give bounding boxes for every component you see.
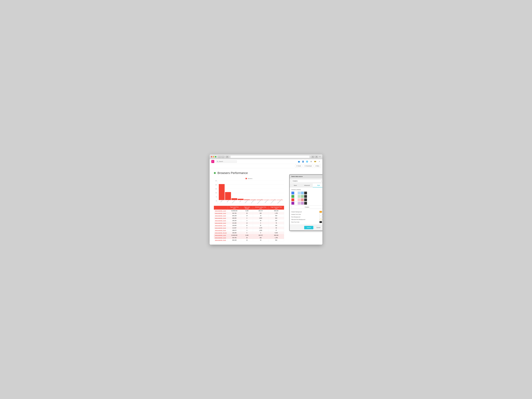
table-cell-plt: 263,109 <box>228 215 241 217</box>
color-option-label-header_background: Header Background <box>291 211 302 212</box>
share-button[interactable]: ⬆ <box>311 156 314 158</box>
theme-swatch[interactable] <box>298 202 301 205</box>
sidebar-toggle-button[interactable]: ⊞ <box>226 156 229 158</box>
theme-swatch[interactable] <box>298 191 301 195</box>
download-icon: ⬇ <box>304 165 306 167</box>
theme-swatch[interactable] <box>304 198 307 201</box>
theme-swatch[interactable] <box>298 198 301 201</box>
table-cell-site[interactable]: www.example_4.com <box>214 217 228 219</box>
table-cell-site[interactable]: www.example_2.com <box>214 212 228 215</box>
theme-swatch[interactable] <box>301 191 304 195</box>
table-cell-site[interactable]: www.example_6.com <box>214 222 228 224</box>
address-bar[interactable] <box>230 155 310 158</box>
cancel-button[interactable]: Cancel <box>314 226 322 229</box>
theme-swatch[interactable] <box>295 198 298 201</box>
theme-swatch[interactable] <box>295 191 298 195</box>
add-tab-button[interactable]: + <box>319 156 321 158</box>
profile-icon[interactable]: 👤 <box>302 160 304 163</box>
wallet-icon[interactable]: 💳 <box>314 160 317 163</box>
main-content: Browsers Performance Sessions 25k 20k 15… <box>210 168 322 245</box>
table-cell-pls: 5,268 <box>241 234 253 236</box>
color-picker-header_font_color[interactable]: ▾ <box>319 213 322 215</box>
page-header: Browsers Performance <box>214 171 318 175</box>
more-button[interactable]: ▾ More <box>314 165 321 167</box>
bar-item: google <box>219 184 225 201</box>
table-cell-site[interactable]: www.example_3.com <box>214 215 228 217</box>
custom-button[interactable]: Custom <box>291 206 322 209</box>
more-icon: ▾ <box>315 165 316 167</box>
table-row: www.example_8.com113,90791,37893 <box>214 227 284 229</box>
download-button[interactable]: ⬇ Download <box>303 165 313 167</box>
table-cell-site[interactable]: www.example_1.com <box>214 234 228 236</box>
theme-swatch[interactable] <box>291 198 294 201</box>
globe-icon[interactable]: 🌐 <box>306 160 309 163</box>
traffic-light-red[interactable] <box>211 156 212 158</box>
theme-swatch[interactable] <box>291 195 294 198</box>
export-icon[interactable]: ↗ <box>318 160 321 163</box>
theme-swatch[interactable] <box>295 195 298 198</box>
table-cell-site[interactable]: www.example_10.com <box>214 232 228 234</box>
theme-swatch[interactable] <box>291 191 294 195</box>
table-cell-pls: 3 <box>241 219 253 222</box>
browser-titlebar: ‹ › ⊞ ⬆ ⧉ + <box>210 154 322 159</box>
color-option-label-row_font_color: Row Font Color <box>291 222 299 223</box>
send-button[interactable]: ✉ Send <box>295 165 302 167</box>
table-row: www.example_2.com434,766263621,785 <box>214 212 284 215</box>
theme-swatch[interactable] <box>304 195 307 198</box>
table-cell-dlt: 1,955 <box>253 229 268 232</box>
col-header-pdt: Page Download Time (ms) <box>268 206 284 210</box>
table-cell-site[interactable]: www.example_8.com <box>214 227 228 229</box>
panel-body: Choose a theme <box>290 188 322 224</box>
table-cell-dlt: 2,663 <box>253 217 268 219</box>
theme-swatch[interactable] <box>295 202 298 205</box>
table-cell-site[interactable]: www.example_5.com <box>214 219 228 222</box>
color-picker-header_background[interactable]: ▾ <box>319 211 322 213</box>
table-cell-site[interactable]: www.example_1.com <box>214 210 228 212</box>
datasource-select[interactable]: Analytics Ads Search Console <box>291 179 322 183</box>
theme-swatch[interactable] <box>301 198 304 201</box>
nav-back-button[interactable]: ‹ <box>218 156 221 158</box>
new-item-button[interactable]: + <box>211 160 214 163</box>
send-icon: ✉ <box>297 165 298 167</box>
submit-button[interactable]: Submit <box>304 226 313 229</box>
theme-swatch[interactable] <box>304 202 307 205</box>
tab-advanced[interactable]: Advanced <box>301 184 313 187</box>
table-cell-dlt: 362 <box>253 212 268 215</box>
table-cell-pls: 9 <box>241 227 253 229</box>
table-cell-pls: 14 <box>241 239 253 241</box>
table-header-row: Page Load Time (ms) Page Load Sample Dom… <box>214 206 284 210</box>
col-header-dlt: Domain Lookup Time (ms) <box>253 206 268 210</box>
theme-swatch[interactable] <box>301 195 304 198</box>
bar-item: mail.google.com <box>277 200 283 201</box>
nav-forward-button[interactable]: › <box>222 156 224 158</box>
table-cell-plt: 92,969,303 <box>228 210 241 212</box>
traffic-light-green[interactable] <box>215 156 216 158</box>
theme-row-blue <box>291 191 322 195</box>
table-cell-pdt: 843 <box>268 217 284 219</box>
theme-swatch[interactable] <box>301 202 304 205</box>
table-cell-dlt: 91 <box>253 224 268 227</box>
table-cell-site[interactable]: www.example_3.com <box>214 239 228 241</box>
theme-swatch[interactable] <box>304 191 307 195</box>
table-cell-pdt: 554 <box>268 239 284 241</box>
table-cell-dlt: 0 <box>253 222 268 224</box>
table-cell-site[interactable]: www.example_9.com <box>214 229 228 232</box>
tab-basic[interactable]: Basic <box>290 184 301 187</box>
theme-swatch[interactable] <box>298 195 301 198</box>
table-cell-site[interactable]: www.example_2.com <box>214 236 228 239</box>
color-picker-row_background[interactable]: ▾ <box>319 216 322 218</box>
theme-swatch[interactable] <box>291 202 294 205</box>
color-picker-alt_row_background[interactable]: ▾ <box>319 219 322 221</box>
bar <box>277 200 283 200</box>
duplicate-button[interactable]: ⧉ <box>315 156 318 158</box>
contacts-icon[interactable]: 👥 <box>298 160 300 163</box>
settings-icon[interactable]: ⚙ <box>310 160 313 163</box>
table-cell-pls: 5 <box>241 232 253 234</box>
traffic-light-yellow[interactable] <box>213 156 214 158</box>
search-input[interactable] <box>219 161 236 162</box>
color-picker-row_font_color[interactable]: ▾ <box>319 221 322 223</box>
app-toolbar: + 🔍 👥 👤 🌐 ⚙ 💳 ↗ <box>210 159 322 164</box>
table-cell-site[interactable]: www.example_7.com <box>214 224 228 227</box>
tab-style[interactable]: Style <box>313 184 322 187</box>
table-cell-pdt: 107 <box>268 219 284 222</box>
